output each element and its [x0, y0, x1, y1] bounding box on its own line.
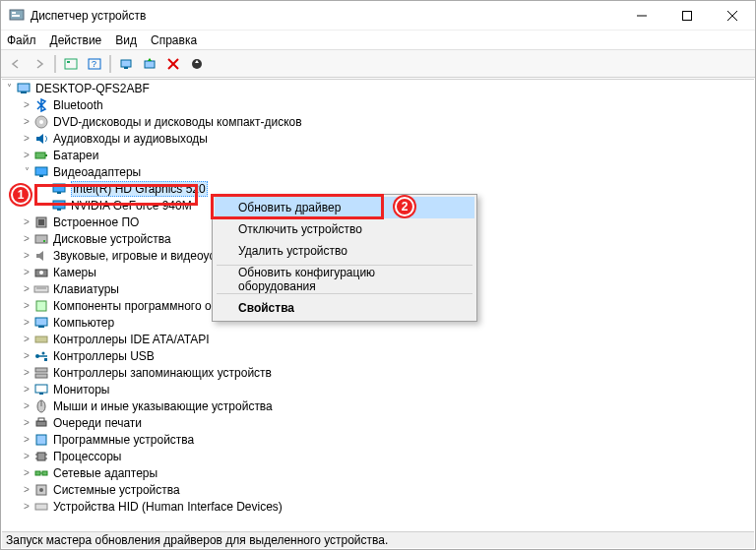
chevron-right-icon[interactable]: >: [20, 416, 33, 430]
tree-node-label: Программные устройства: [53, 433, 194, 447]
tree-node[interactable]: >Контроллеры USB: [2, 347, 754, 364]
tree-node[interactable]: >Устройства HID (Human Interface Devices…: [2, 498, 754, 515]
menu-action[interactable]: Действие: [50, 33, 102, 47]
svg-rect-47: [35, 385, 47, 393]
svg-rect-37: [36, 301, 46, 311]
annotation-badge-1: 1: [11, 185, 31, 205]
chevron-right-icon[interactable]: >: [20, 450, 33, 463]
ctx-properties[interactable]: Свойства: [215, 297, 474, 319]
menu-file[interactable]: Файл: [7, 33, 36, 47]
chevron-right-icon[interactable]: >: [20, 232, 33, 246]
chevron-right-icon[interactable]: >: [20, 399, 33, 413]
battery-icon: [33, 148, 49, 163]
tree-node-label: Контроллеры USB: [53, 349, 155, 363]
ctx-scan-hardware[interactable]: Обновить конфигурацию оборудования: [215, 269, 474, 290]
titlebar: Диспетчер устройств: [1, 1, 755, 31]
chevron-down-icon[interactable]: ˅: [2, 82, 16, 95]
disk-icon: [33, 231, 49, 247]
ctx-uninstall-device[interactable]: Удалить устройство: [215, 240, 474, 262]
tree-node[interactable]: >Системные устройства: [2, 481, 754, 498]
tree-node-label: Bluetooth: [53, 98, 103, 112]
toolbar-disable-icon[interactable]: [162, 53, 184, 75]
chevron-right-icon[interactable]: >: [20, 349, 33, 363]
svg-rect-7: [65, 59, 77, 69]
toolbar-view-icon[interactable]: [60, 53, 82, 75]
menubar: Файл Действие Вид Справка: [1, 31, 755, 50]
chevron-right-icon[interactable]: >: [20, 366, 33, 380]
chevron-right-icon[interactable]: >: [20, 249, 33, 263]
menu-help[interactable]: Справка: [151, 33, 197, 47]
chevron-right-icon[interactable]: >: [20, 282, 33, 296]
toolbar-uninstall-icon[interactable]: [186, 53, 208, 75]
chevron-right-icon[interactable]: >: [20, 500, 33, 514]
svg-rect-51: [36, 421, 46, 426]
toolbar-help-icon[interactable]: ?: [84, 53, 105, 75]
tree-node-label: Дисковые устройства: [53, 232, 171, 246]
svg-rect-44: [44, 358, 47, 361]
tree-node-label: Процессоры: [53, 450, 122, 463]
toolbar-forward-icon: [29, 53, 50, 75]
ctx-separator: [217, 293, 472, 294]
svg-rect-23: [35, 167, 47, 175]
monitor-icon: [33, 382, 49, 397]
svg-rect-18: [21, 92, 27, 93]
tree-node[interactable]: >Программные устройства: [2, 431, 754, 448]
ctx-disable-device[interactable]: Отключить устройство: [215, 218, 474, 240]
chevron-right-icon[interactable]: >: [20, 433, 33, 447]
tree-node[interactable]: >DVD-дисководы и дисководы компакт-диско…: [2, 113, 754, 130]
tree-node[interactable]: >Контроллеры IDE ATA/ATAPI: [2, 331, 754, 347]
chevron-right-icon[interactable]: >: [20, 333, 33, 346]
chevron-right-icon[interactable]: >: [20, 98, 33, 112]
svg-rect-13: [145, 61, 155, 68]
minimize-button[interactable]: [619, 1, 664, 31]
svg-rect-52: [38, 418, 44, 421]
svg-rect-59: [35, 471, 40, 475]
svg-rect-8: [67, 61, 70, 63]
chevron-right-icon[interactable]: >: [20, 466, 33, 480]
svg-point-43: [42, 351, 45, 354]
toolbar-back-icon: [5, 53, 27, 75]
tree-node-label: Клавиатуры: [53, 282, 119, 296]
tree-node[interactable]: >Очереди печати: [2, 414, 754, 431]
svg-rect-30: [38, 219, 44, 225]
tree-node-label: Системные устройства: [53, 483, 180, 497]
chevron-right-icon[interactable]: >: [20, 115, 33, 129]
tree-node[interactable]: >Батареи: [2, 147, 754, 163]
chevron-right-icon[interactable]: >: [20, 483, 33, 497]
chevron-right-icon[interactable]: >: [20, 383, 33, 397]
tree-node[interactable]: >Аудиовходы и аудиовыходы: [2, 130, 754, 147]
toolbar-update-icon[interactable]: [139, 53, 160, 75]
ctx-update-driver[interactable]: Обновить драйвер: [215, 197, 474, 218]
chevron-right-icon[interactable]: >: [20, 299, 33, 313]
annotation-badge-2: 2: [395, 197, 414, 216]
chevron-right-icon[interactable]: >: [20, 316, 33, 330]
tree-node[interactable]: >Контроллеры запоминающих устройств: [2, 364, 754, 381]
toolbar-scan-icon[interactable]: [115, 53, 137, 75]
tree-node[interactable]: >Мыши и иные указывающие устройства: [2, 397, 754, 414]
tree-node[interactable]: ˅Видеоадаптеры: [2, 163, 754, 180]
chevron-right-icon[interactable]: >: [20, 215, 33, 229]
tree-node[interactable]: >Bluetooth: [2, 96, 754, 113]
close-button[interactable]: [710, 1, 755, 31]
svg-rect-22: [45, 154, 47, 156]
chevron-down-icon[interactable]: ˅: [20, 165, 33, 179]
chevron-right-icon[interactable]: >: [20, 266, 33, 279]
chevron-right-icon[interactable]: >: [20, 132, 33, 146]
tree-node-label: Сетевые адаптеры: [53, 466, 158, 480]
computer-icon: [16, 81, 32, 96]
firmware-icon: [33, 214, 49, 230]
chevron-right-icon[interactable]: >: [20, 149, 33, 162]
tree-node[interactable]: >Процессоры: [2, 448, 754, 464]
tree-node[interactable]: >Сетевые адаптеры: [2, 464, 754, 481]
computer-icon: [33, 315, 49, 331]
status-text: Запуск мастера обновления драйверов для …: [6, 533, 388, 547]
tree-node[interactable]: >Мониторы: [2, 381, 754, 397]
hid-icon: [33, 499, 49, 515]
svg-rect-31: [35, 235, 47, 243]
maximize-button[interactable]: [664, 1, 710, 31]
system-icon: [33, 482, 49, 498]
svg-rect-27: [53, 201, 65, 209]
tree-node-label: Камеры: [53, 266, 96, 279]
menu-view[interactable]: Вид: [115, 33, 137, 47]
tree-node[interactable]: ˅DESKTOP-QFS2ABF: [2, 80, 754, 96]
